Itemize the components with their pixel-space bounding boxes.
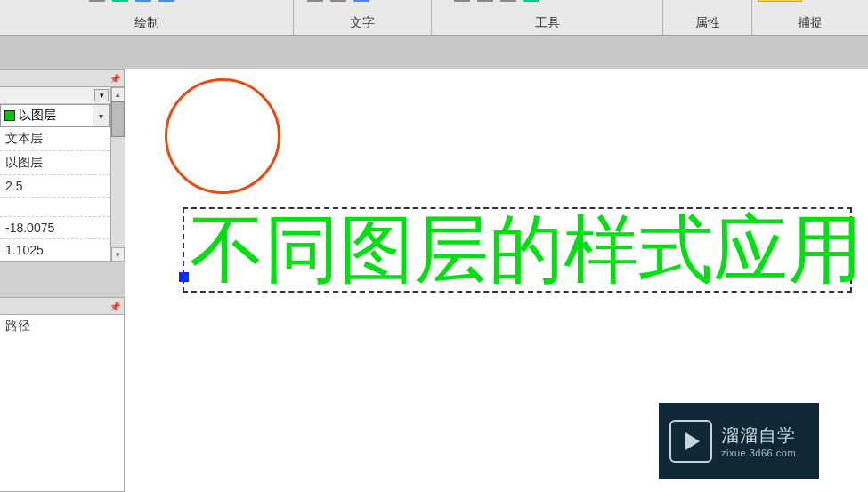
ribbon-group-label: 文字 [350, 1, 375, 31]
property-row-x[interactable]: -18.0075 [0, 217, 110, 239]
layer-dropdown[interactable]: 以图层 ▾ [0, 104, 110, 127]
watermark: 溜溜自学 zixue.3d66.com [659, 403, 819, 479]
chevron-down-icon[interactable]: ▾ [93, 104, 110, 127]
play-icon [685, 432, 700, 450]
main-area: 📌 ▾ 以图层 ▾ 文本层 以图层 2.5 [0, 69, 868, 492]
panel-gap [0, 262, 125, 297]
chevron-down-icon[interactable]: ▾ [94, 89, 109, 101]
text-entity-content: 不同图层的样式应用 [190, 208, 863, 291]
property-label: 以图层 [5, 155, 43, 171]
tool-icon[interactable] [500, 0, 516, 2]
snap-highlight-icon[interactable] [758, 0, 802, 2]
scroll-down-button[interactable]: ▾ [111, 247, 125, 262]
draw-tool-icon[interactable] [112, 0, 128, 2]
text-entity[interactable]: 不同图层的样式应用 [183, 207, 852, 293]
property-value: -18.0075 [5, 221, 54, 235]
scroll-track[interactable] [111, 137, 125, 247]
left-panels: 📌 ▾ 以图层 ▾ 文本层 以图层 2.5 [0, 69, 125, 492]
ribbon-group-text[interactable]: 文字 [294, 0, 432, 35]
panel-scrollbar[interactable]: ▴ ▾ [110, 87, 125, 262]
tool-icon[interactable] [477, 0, 493, 2]
ribbon-group-tools[interactable]: 工具 [432, 0, 663, 35]
layer-dropdown-label: 以图层 [19, 108, 56, 124]
tool-icon[interactable] [523, 0, 539, 2]
pin-icon[interactable]: 📌 [110, 73, 120, 84]
ribbon-group-label: 绘制 [134, 1, 159, 31]
properties-panel: ▾ 以图层 ▾ 文本层 以图层 2.5 -18.0075 1.1 [0, 87, 125, 262]
property-row-bylayer[interactable]: 以图层 [0, 151, 110, 175]
path-panel: 路径 [0, 315, 125, 492]
draw-tool-icon[interactable] [158, 0, 174, 2]
ribbon-group-props[interactable]: 属性 [663, 0, 752, 35]
scroll-up-button[interactable]: ▴ [111, 87, 125, 101]
path-row[interactable]: 路径 [0, 315, 124, 338]
selection-grip[interactable] [179, 272, 189, 282]
toolbar-spacer [0, 36, 868, 69]
panel-top-dropdown[interactable]: ▾ [0, 87, 110, 104]
ribbon-group-label: 属性 [695, 1, 720, 31]
property-row-textlayer[interactable]: 文本层 [0, 127, 110, 151]
circle-entity[interactable] [165, 78, 280, 194]
ribbon-group-label: 捕捉 [798, 1, 823, 31]
path-label: 路径 [5, 319, 30, 335]
property-row-empty[interactable] [0, 198, 110, 217]
property-value: 2.5 [5, 179, 22, 193]
property-label: 文本层 [5, 131, 43, 147]
scroll-thumb[interactable] [111, 101, 125, 137]
property-row-y[interactable]: 1.1025 [0, 239, 110, 261]
watermark-title: 溜溜自学 [721, 423, 796, 448]
ribbon-toolbar: 绘制 文字 工具 属性 捕捉 [0, 0, 868, 36]
ribbon-group-snap[interactable]: 捕捉 [752, 0, 868, 35]
property-value: 1.1025 [5, 243, 44, 257]
draw-tool-icon[interactable] [135, 0, 151, 2]
watermark-logo-icon [669, 420, 712, 463]
property-row-value[interactable]: 2.5 [0, 175, 110, 198]
properties-panel-header[interactable]: 📌 [0, 69, 125, 87]
pin-icon[interactable]: 📌 [110, 301, 120, 311]
text-tool-icon[interactable] [353, 0, 369, 2]
path-panel-header[interactable]: 📌 [0, 297, 125, 315]
tool-icon[interactable] [454, 0, 470, 2]
draw-tool-icon[interactable] [89, 0, 105, 2]
ribbon-group-label: 工具 [535, 1, 560, 31]
text-tool-icon[interactable] [330, 0, 346, 2]
layer-color-swatch [4, 110, 15, 121]
ribbon-group-draw[interactable]: 绘制 [0, 0, 294, 35]
watermark-subtitle: zixue.3d66.com [721, 448, 796, 458]
drawing-canvas[interactable]: 不同图层的样式应用 溜溜自学 zixue.3d66.com [125, 69, 868, 492]
text-tool-icon[interactable] [307, 0, 323, 2]
